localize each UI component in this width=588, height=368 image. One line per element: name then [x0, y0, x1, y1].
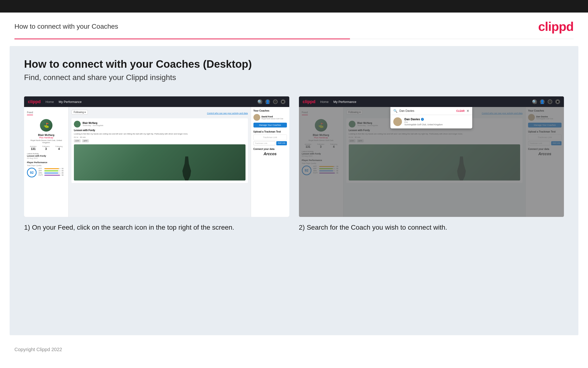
- control-link[interactable]: Control who can see your activity and da…: [207, 112, 248, 114]
- settings-icon-2[interactable]: ⚙: [548, 99, 552, 104]
- arccos-brand: Arccos: [254, 152, 287, 156]
- main-subheading: Find, connect and share your Clippd insi…: [24, 73, 564, 82]
- search-dropdown: 🔍 Dan Davies CLEAR ✕ Dan Davies ✓: [390, 107, 472, 129]
- search-icon-2[interactable]: 🔍: [532, 99, 537, 104]
- bar-app-label: APP: [38, 170, 43, 172]
- stat-activities: Activities 131: [30, 146, 37, 151]
- main-content: How to connect with your Coaches (Deskto…: [10, 46, 578, 335]
- feed-duration: 01 hr : 30 min: [74, 136, 246, 138]
- feed-item: Blair McHarg Yesterday · Sunningdale Les…: [71, 118, 248, 183]
- coach-item-1: David Ford Royal North Devon Golf Club: [254, 114, 287, 121]
- manage-coaches-btn[interactable]: Manage Your Coaches: [254, 123, 287, 128]
- stat-following-label: Following: [55, 146, 62, 147]
- stat-followers-label: Followers: [42, 146, 50, 147]
- tag-otf: OTF: [74, 139, 81, 142]
- mock-content-1: Feed Blair McHarg Plus Handicap Royal No…: [24, 107, 289, 217]
- mock-content-2: Feed Blair McHarg Plus Handicap Royal No…: [299, 107, 564, 217]
- bar-putt-val: 96: [61, 174, 65, 176]
- screenshots-row: clippd Home My Performance 🔍 👤 ⚙ ● Feed: [24, 96, 564, 232]
- perf-sub: Total Player Quality: [27, 165, 65, 166]
- coaches-label: Your Coaches: [254, 110, 287, 112]
- bar-putt-track: [44, 175, 61, 176]
- result-name: Dan Davies ✓: [404, 118, 443, 121]
- profile-image: [40, 119, 53, 132]
- golfer-silhouette: [180, 156, 194, 181]
- bar-arg-val: 86: [61, 172, 65, 174]
- header-divider: [14, 38, 574, 39]
- following-button[interactable]: Following ▾: [71, 110, 88, 114]
- mock-nav-performance: My Performance: [59, 100, 82, 104]
- bar-ott-fill: [44, 168, 59, 169]
- feed-label: Feed: [27, 111, 33, 115]
- header: How to connect with your Coaches clippd: [0, 12, 588, 38]
- coach-avatar: [254, 114, 260, 121]
- search-icon[interactable]: 🔍: [257, 99, 262, 104]
- profile-name: Blair McHarg: [27, 134, 65, 136]
- mock-nav-icons: 🔍 👤 ⚙ ●: [257, 99, 285, 104]
- profile-club: Royal North Devon Golf Club, United King…: [27, 139, 65, 144]
- score-circle: 92: [27, 168, 37, 177]
- caption-2: 2) Search for the Coach you wish to conn…: [299, 223, 564, 232]
- search-input-row: 🔍 Dan Davies CLEAR ✕: [390, 107, 472, 115]
- mock-nav-1: clippd Home My Performance 🔍 👤 ⚙ ●: [24, 96, 289, 107]
- trackman-row: Trackman Link Add Link: [254, 141, 287, 145]
- bar-arg-label: ARG: [38, 172, 43, 174]
- stat-following-value: 4: [55, 147, 62, 151]
- mock-nav-home: Home: [45, 100, 54, 104]
- bar-app-fill: [44, 170, 58, 171]
- upload-label: Upload a Trackman Test: [254, 130, 287, 133]
- perf-bars: OTT 90 APP 85 ARG: [38, 168, 65, 176]
- feed-coach-sub: Yesterday · Sunningdale: [83, 124, 103, 127]
- feed-photo: [74, 144, 246, 181]
- search-query-text[interactable]: Dan Davies: [399, 109, 454, 112]
- bar-arg-fill: [44, 173, 58, 174]
- latest-activity-label: Latest Activity: [27, 153, 65, 155]
- trackman-placeholder: Trackman Link: [254, 135, 287, 140]
- search-clear-button[interactable]: CLEAR: [456, 110, 465, 112]
- screenshot-2-col: clippd Home My Performance 🔍 👤 ⚙ ● Feed: [299, 96, 564, 232]
- perf-label: Player Performance: [27, 161, 65, 164]
- user-icon-2[interactable]: 👤: [540, 99, 545, 104]
- mock-right-panel-1: Your Coaches David Ford Royal North Devo…: [251, 107, 289, 217]
- search-close-button[interactable]: ✕: [466, 109, 469, 113]
- page-title: How to connect with your Coaches: [14, 23, 118, 30]
- latest-activity-date: 03 Aug 2022: [27, 157, 65, 159]
- feed-coach-name: Blair McHarg: [83, 122, 103, 124]
- result-avatar: [393, 117, 402, 126]
- connect-label: Connect your data: [254, 148, 287, 150]
- bar-ott-val: 90: [61, 168, 65, 169]
- stat-followers-value: 3: [42, 147, 50, 151]
- tag-app: APP: [82, 139, 89, 142]
- bar-putt-label: PUTT: [38, 174, 43, 176]
- clippd-logo: clippd: [538, 19, 574, 34]
- search-magnifier-icon: 🔍: [393, 109, 397, 113]
- latest-activity-name: Lesson with Fordy: [27, 155, 65, 157]
- profile-icon-2[interactable]: ●: [555, 99, 560, 104]
- screenshot-1-col: clippd Home My Performance 🔍 👤 ⚙ ● Feed: [24, 96, 289, 232]
- feed-title: Lesson with Fordy: [74, 129, 246, 132]
- mock-logo-2: clippd: [303, 99, 316, 104]
- verified-badge: ✓: [421, 118, 424, 121]
- mock-left-panel-1: Feed Blair McHarg Plus Handicap Royal No…: [24, 107, 69, 217]
- coach-club: Royal North Devon Golf Club: [262, 118, 283, 120]
- trackman-field[interactable]: Trackman Link: [254, 141, 276, 145]
- profile-stats: Activities 131 Followers 3 Following 4: [27, 146, 65, 151]
- user-icon[interactable]: 👤: [265, 99, 270, 104]
- feed-item-header: Blair McHarg Yesterday · Sunningdale: [74, 121, 246, 128]
- main-heading: How to connect with your Coaches (Deskto…: [24, 58, 564, 70]
- mock-nav-home-2: Home: [320, 100, 329, 104]
- profile-icon[interactable]: ●: [281, 99, 285, 104]
- mock-center-1: Following ▾ Control who can see your act…: [69, 107, 251, 217]
- result-role: Pro: [404, 121, 443, 123]
- search-result-item[interactable]: Dan Davies ✓ Pro Sunningdale Golf Club, …: [390, 115, 472, 129]
- bar-app-val: 85: [61, 170, 65, 172]
- bar-ott: OTT 90: [38, 168, 65, 169]
- feed-item-info: Blair McHarg Yesterday · Sunningdale: [83, 122, 103, 127]
- settings-icon[interactable]: ⚙: [273, 99, 278, 104]
- stat-followers: Followers 3: [42, 146, 50, 151]
- bar-putt-fill: [44, 175, 60, 176]
- result-club: Sunningdale Golf Club, United Kingdom: [404, 123, 443, 126]
- bar-arg-track: [44, 173, 61, 174]
- add-link-btn[interactable]: Add Link: [276, 141, 287, 145]
- mock-logo-1: clippd: [28, 99, 41, 104]
